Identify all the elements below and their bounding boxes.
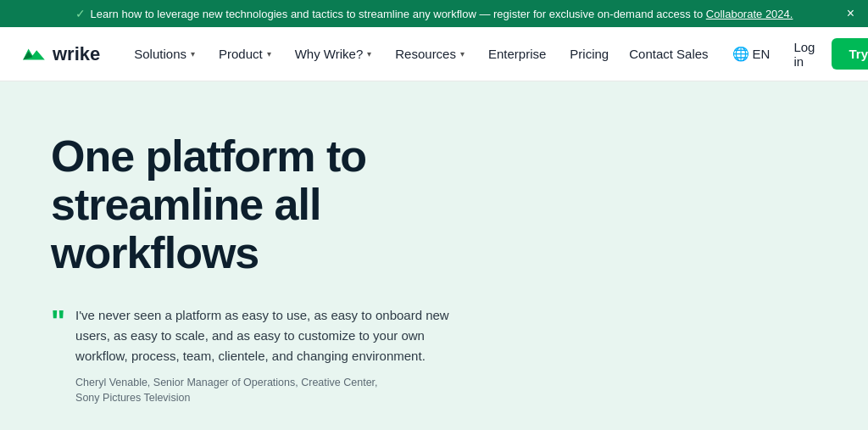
language-label: EN bbox=[753, 47, 771, 61]
login-link[interactable]: Log in bbox=[783, 33, 825, 75]
nav-pricing[interactable]: Pricing bbox=[559, 40, 619, 68]
hero-section: One platform to streamline all workflows… bbox=[0, 81, 509, 430]
logo[interactable]: wrike bbox=[20, 41, 100, 68]
hero-quote-block: " I've never seen a platform as easy to … bbox=[51, 305, 458, 407]
banner-link[interactable]: Collaborate 2024. bbox=[706, 8, 793, 20]
wrike-logo-icon bbox=[20, 41, 47, 68]
solutions-chevron-icon: ▾ bbox=[191, 49, 195, 59]
check-icon: ✓ bbox=[75, 7, 86, 20]
resources-chevron-icon: ▾ bbox=[460, 49, 465, 59]
announcement-banner: ✓ Learn how to leverage new technologies… bbox=[0, 0, 868, 27]
navbar: wrike Solutions ▾ Product ▾ Why Wrike? ▾… bbox=[0, 27, 868, 81]
nav-solutions[interactable]: Solutions ▾ bbox=[124, 40, 205, 68]
banner-text: Learn how to leverage new technologies a… bbox=[91, 8, 793, 20]
nav-enterprise[interactable]: Enterprise bbox=[478, 40, 556, 68]
nav-resources[interactable]: Resources ▾ bbox=[385, 40, 475, 68]
hero-quote-text: I've never seen a platform as easy to us… bbox=[75, 305, 458, 366]
banner-close-button[interactable]: × bbox=[847, 7, 854, 20]
nav-left: Solutions ▾ Product ▾ Why Wrike? ▾ Resou… bbox=[124, 40, 619, 68]
why-wrike-chevron-icon: ▾ bbox=[367, 49, 371, 59]
nav-right: Contact Sales 🌐 EN Log in Try Wrike for … bbox=[619, 33, 868, 75]
quote-attribution: Cheryl Venable, Senior Manager of Operat… bbox=[75, 375, 458, 407]
quote-marks-icon: " bbox=[51, 307, 65, 407]
hero-quote-content: I've never seen a platform as easy to us… bbox=[75, 305, 458, 407]
logo-text: wrike bbox=[53, 43, 100, 65]
nav-product[interactable]: Product ▾ bbox=[209, 40, 281, 68]
product-chevron-icon: ▾ bbox=[267, 49, 271, 59]
contact-sales-link[interactable]: Contact Sales bbox=[619, 40, 718, 68]
nav-try-button[interactable]: Try Wrike for free bbox=[832, 38, 868, 70]
nav-why-wrike[interactable]: Why Wrike? ▾ bbox=[285, 40, 382, 68]
hero-headline: One platform to streamline all workflows bbox=[51, 132, 458, 278]
language-selector[interactable]: 🌐 EN bbox=[726, 39, 777, 69]
globe-icon: 🌐 bbox=[732, 46, 749, 62]
